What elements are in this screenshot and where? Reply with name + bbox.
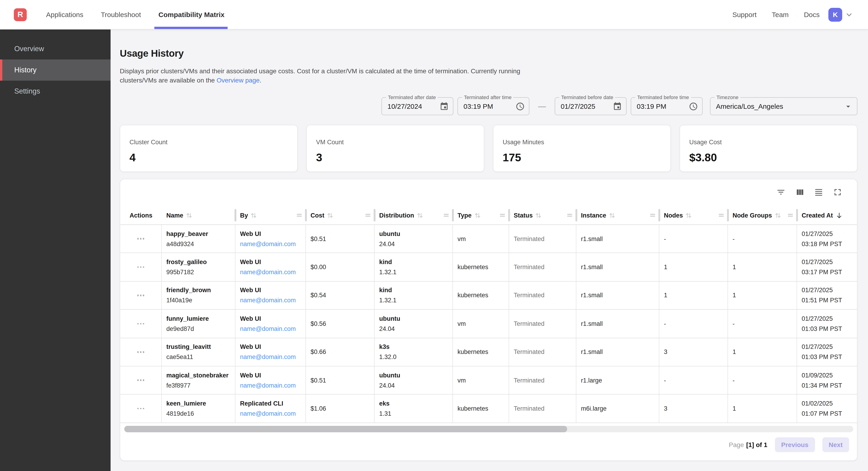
row-actions-button[interactable] — [135, 348, 146, 356]
row-actions-button[interactable] — [135, 292, 146, 299]
created-by-source: Web UI — [240, 344, 261, 351]
column-resizer[interactable] — [452, 209, 454, 222]
avatar-initial: K — [833, 10, 838, 19]
clock-icon[interactable] — [516, 101, 525, 111]
sidebar-item-settings[interactable]: Settings — [0, 81, 111, 102]
column-resizer[interactable] — [575, 209, 577, 222]
sort-icon[interactable] — [775, 212, 781, 219]
terminated-after-date-field[interactable]: Terminated after date 10/27/2024 — [381, 97, 453, 115]
column-header-type[interactable]: Type — [453, 206, 509, 225]
column-drag-handle[interactable] — [297, 214, 302, 217]
sort-icon[interactable] — [474, 212, 480, 219]
nav-tab-applications[interactable]: Applications — [46, 0, 83, 29]
column-resizer[interactable] — [508, 209, 510, 222]
distribution-name: kind — [379, 287, 392, 294]
density-icon[interactable] — [814, 187, 823, 197]
column-header-cost[interactable]: Cost — [306, 206, 375, 225]
created-by-email-link[interactable]: name@domain.com — [240, 269, 296, 275]
column-drag-handle[interactable] — [500, 214, 505, 217]
timezone-value[interactable]: America/Los_Angeles — [716, 102, 840, 110]
next-page-button[interactable]: Next — [822, 437, 849, 452]
column-header-node-groups[interactable]: Node Groups — [728, 206, 797, 225]
terminated-before-date-value[interactable]: 01/27/2025 — [561, 102, 609, 110]
column-header-instance[interactable]: Instance — [576, 206, 659, 225]
replicated-logo[interactable]: R — [14, 8, 27, 21]
terminated-before-time-value[interactable]: 03:19 PM — [637, 102, 685, 110]
nav-link-support[interactable]: Support — [732, 10, 756, 19]
column-header-created-at[interactable]: Created At — [797, 206, 857, 225]
row-actions-button[interactable] — [135, 320, 146, 327]
created-by-email-link[interactable]: name@domain.com — [240, 410, 296, 417]
row-actions-button[interactable] — [135, 405, 146, 412]
terminated-after-time-value[interactable]: 03:19 PM — [464, 102, 512, 110]
sort-icon[interactable] — [186, 212, 192, 219]
created-by-email-link[interactable]: name@domain.com — [240, 297, 296, 304]
cell-actions — [120, 310, 162, 337]
column-drag-handle[interactable] — [719, 214, 724, 217]
column-drag-handle[interactable] — [650, 214, 655, 217]
column-drag-handle[interactable] — [365, 214, 370, 217]
row-actions-button[interactable] — [135, 377, 146, 384]
sort-icon[interactable] — [251, 212, 257, 219]
columns-icon[interactable] — [795, 187, 804, 197]
terminated-after-date-value[interactable]: 10/27/2024 — [388, 102, 436, 110]
column-header-name[interactable]: Name — [162, 206, 236, 225]
cell-node-groups: 1 — [728, 253, 797, 281]
cell-nodes: - — [659, 225, 728, 253]
nav-link-team[interactable]: Team — [772, 10, 788, 19]
column-drag-handle[interactable] — [567, 214, 572, 217]
column-resizer[interactable] — [658, 209, 660, 222]
column-resizer[interactable] — [305, 209, 307, 222]
column-header-nodes[interactable]: Nodes — [659, 206, 728, 225]
nav-link-docs[interactable]: Docs — [804, 10, 819, 19]
sort-desc-icon[interactable] — [836, 212, 843, 219]
timezone-select[interactable]: Timezone America/Los_Angeles — [710, 97, 858, 115]
dropdown-arrow-icon[interactable] — [844, 101, 853, 111]
avatar[interactable]: K — [828, 8, 842, 22]
sidebar-item-overview[interactable]: Overview — [0, 38, 111, 59]
fullscreen-icon[interactable] — [833, 187, 842, 197]
column-resizer[interactable] — [727, 209, 729, 222]
sort-icon[interactable] — [535, 212, 541, 219]
cell-instance: r1.small — [576, 253, 659, 281]
sort-icon[interactable] — [327, 212, 333, 219]
sort-icon[interactable] — [609, 212, 615, 219]
filter-icon[interactable] — [776, 187, 785, 197]
created-time: 01:07 PM PST — [802, 410, 842, 417]
created-by-source: Web UI — [240, 287, 261, 294]
clock-icon[interactable] — [689, 101, 698, 111]
created-date: 01/27/2025 — [802, 287, 833, 294]
row-actions-button[interactable] — [135, 235, 146, 242]
sort-icon[interactable] — [417, 212, 423, 219]
overview-page-link[interactable]: Overview page — [217, 77, 259, 84]
column-header-distribution[interactable]: Distribution — [375, 206, 453, 225]
row-actions-button[interactable] — [135, 264, 146, 271]
date-range-separator: — — [538, 101, 546, 111]
calendar-icon[interactable] — [613, 101, 622, 111]
created-by-email-link[interactable]: name@domain.com — [240, 354, 296, 361]
created-by-email-link[interactable]: name@domain.com — [240, 382, 296, 389]
terminated-after-time-field[interactable]: Terminated after time 03:19 PM — [458, 97, 529, 115]
column-header-status[interactable]: Status — [509, 206, 576, 225]
calendar-icon[interactable] — [439, 101, 449, 111]
column-resizer[interactable] — [373, 209, 375, 222]
column-resizer[interactable] — [234, 209, 236, 222]
previous-page-button[interactable]: Previous — [775, 437, 815, 452]
created-by-email-link[interactable]: name@domain.com — [240, 240, 296, 247]
column-header-by[interactable]: By — [236, 206, 306, 225]
column-resizer[interactable] — [796, 209, 798, 222]
column-drag-handle[interactable] — [788, 214, 793, 217]
created-by-email-link[interactable]: name@domain.com — [240, 325, 296, 332]
created-by-source: Replicated CLI — [240, 400, 283, 407]
account-menu[interactable]: K — [831, 8, 854, 22]
nav-tab-compatibility-matrix[interactable]: Compatibility Matrix — [158, 0, 225, 29]
column-drag-handle[interactable] — [444, 214, 449, 217]
nav-tab-troubleshoot[interactable]: Troubleshoot — [101, 0, 141, 29]
terminated-before-date-field[interactable]: Terminated before date 01/27/2025 — [555, 97, 627, 115]
sidebar-item-history[interactable]: History — [0, 59, 111, 81]
terminated-before-time-field[interactable]: Terminated before time 03:19 PM — [631, 97, 703, 115]
cluster-name: funny_lumiere — [166, 315, 209, 322]
sort-icon[interactable] — [686, 212, 692, 219]
horizontal-scrollbar-thumb[interactable] — [124, 425, 567, 432]
chevron-down-icon[interactable] — [844, 9, 854, 20]
